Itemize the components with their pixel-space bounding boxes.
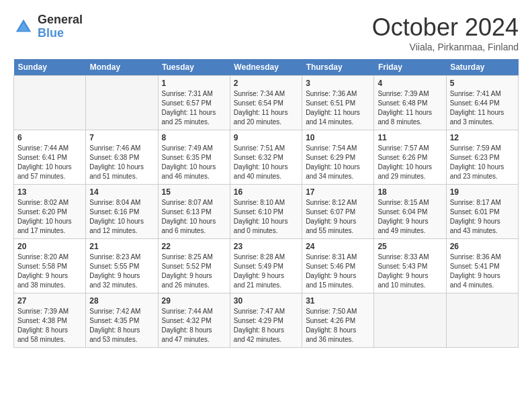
day-cell: 1Sunrise: 7:31 AM Sunset: 6:57 PM Daylig… [158, 76, 230, 130]
day-content: Sunrise: 8:23 AM Sunset: 5:55 PM Dayligh… [89, 253, 154, 290]
day-header-sunday: Sunday [14, 59, 86, 76]
day-number: 11 [378, 133, 442, 142]
logo-blue: Blue [38, 27, 83, 40]
logo-text: General Blue [38, 13, 83, 40]
day-number: 29 [162, 296, 226, 306]
day-cell: 27Sunrise: 7:39 AM Sunset: 4:38 PM Dayli… [14, 293, 86, 348]
day-content: Sunrise: 8:33 AM Sunset: 5:43 PM Dayligh… [378, 253, 442, 290]
day-cell: 29Sunrise: 7:44 AM Sunset: 4:32 PM Dayli… [158, 293, 230, 348]
day-header-monday: Monday [86, 59, 158, 76]
week-row-4: 20Sunrise: 8:20 AM Sunset: 5:58 PM Dayli… [14, 239, 519, 293]
day-content: Sunrise: 8:31 AM Sunset: 5:46 PM Dayligh… [306, 253, 370, 290]
day-number: 22 [162, 242, 226, 251]
header-row: SundayMondayTuesdayWednesdayThursdayFrid… [14, 59, 519, 76]
day-content: Sunrise: 8:17 AM Sunset: 6:01 PM Dayligh… [450, 198, 515, 236]
week-row-1: 1Sunrise: 7:31 AM Sunset: 6:57 PM Daylig… [14, 76, 519, 130]
day-content: Sunrise: 8:10 AM Sunset: 6:10 PM Dayligh… [234, 198, 298, 236]
day-cell: 4Sunrise: 7:39 AM Sunset: 6:48 PM Daylig… [374, 76, 446, 130]
day-cell: 17Sunrise: 8:12 AM Sunset: 6:07 PM Dayli… [302, 185, 374, 239]
day-content: Sunrise: 7:47 AM Sunset: 4:29 PM Dayligh… [234, 307, 298, 345]
day-content: Sunrise: 7:36 AM Sunset: 6:51 PM Dayligh… [306, 89, 370, 127]
day-cell: 8Sunrise: 7:49 AM Sunset: 6:35 PM Daylig… [158, 130, 230, 185]
day-content: Sunrise: 7:39 AM Sunset: 4:38 PM Dayligh… [17, 307, 82, 345]
day-cell: 13Sunrise: 8:02 AM Sunset: 6:20 PM Dayli… [14, 185, 86, 239]
day-cell [446, 293, 518, 348]
day-content: Sunrise: 8:15 AM Sunset: 6:04 PM Dayligh… [378, 198, 442, 236]
month-title: October 2024 [372, 13, 519, 42]
day-number: 28 [89, 296, 154, 306]
day-cell: 14Sunrise: 8:04 AM Sunset: 6:16 PM Dayli… [86, 185, 158, 239]
day-cell: 3Sunrise: 7:36 AM Sunset: 6:51 PM Daylig… [302, 76, 374, 130]
day-cell: 22Sunrise: 8:25 AM Sunset: 5:52 PM Dayli… [158, 239, 230, 293]
day-number: 6 [17, 133, 82, 142]
day-cell: 16Sunrise: 8:10 AM Sunset: 6:10 PM Dayli… [230, 185, 302, 239]
day-cell: 9Sunrise: 7:51 AM Sunset: 6:32 PM Daylig… [230, 130, 302, 185]
day-content: Sunrise: 7:44 AM Sunset: 4:32 PM Dayligh… [162, 307, 226, 345]
day-number: 17 [306, 187, 370, 197]
day-cell: 24Sunrise: 8:31 AM Sunset: 5:46 PM Dayli… [302, 239, 374, 293]
day-cell: 11Sunrise: 7:57 AM Sunset: 6:26 PM Dayli… [374, 130, 446, 185]
day-content: Sunrise: 7:50 AM Sunset: 4:26 PM Dayligh… [306, 307, 370, 345]
day-header-friday: Friday [374, 59, 446, 76]
day-cell: 19Sunrise: 8:17 AM Sunset: 6:01 PM Dayli… [446, 185, 518, 239]
logo: General Blue [13, 13, 83, 40]
day-cell: 26Sunrise: 8:36 AM Sunset: 5:41 PM Dayli… [446, 239, 518, 293]
day-content: Sunrise: 7:44 AM Sunset: 6:41 PM Dayligh… [17, 144, 82, 181]
day-content: Sunrise: 7:54 AM Sunset: 6:29 PM Dayligh… [306, 144, 370, 181]
day-cell [374, 293, 446, 348]
day-cell: 23Sunrise: 8:28 AM Sunset: 5:49 PM Dayli… [230, 239, 302, 293]
day-number: 1 [162, 79, 226, 88]
day-cell: 12Sunrise: 7:59 AM Sunset: 6:23 PM Dayli… [446, 130, 518, 185]
day-content: Sunrise: 7:34 AM Sunset: 6:54 PM Dayligh… [234, 89, 298, 127]
title-block: October 2024 Viiala, Pirkanmaa, Finland [372, 13, 519, 52]
day-content: Sunrise: 8:36 AM Sunset: 5:41 PM Dayligh… [450, 253, 515, 290]
day-content: Sunrise: 8:28 AM Sunset: 5:49 PM Dayligh… [234, 253, 298, 290]
day-number: 30 [234, 296, 298, 306]
day-cell: 18Sunrise: 8:15 AM Sunset: 6:04 PM Dayli… [374, 185, 446, 239]
day-number: 20 [17, 242, 82, 251]
logo-icon [13, 17, 34, 37]
location-subtitle: Viiala, Pirkanmaa, Finland [372, 42, 519, 52]
day-number: 9 [234, 133, 298, 142]
day-number: 21 [89, 242, 154, 251]
day-content: Sunrise: 7:59 AM Sunset: 6:23 PM Dayligh… [450, 144, 515, 181]
day-number: 7 [89, 133, 154, 142]
day-header-wednesday: Wednesday [230, 59, 302, 76]
day-content: Sunrise: 7:49 AM Sunset: 6:35 PM Dayligh… [162, 144, 226, 181]
day-content: Sunrise: 8:04 AM Sunset: 6:16 PM Dayligh… [89, 198, 154, 236]
day-cell: 7Sunrise: 7:46 AM Sunset: 6:38 PM Daylig… [86, 130, 158, 185]
day-number: 31 [306, 296, 370, 306]
day-number: 23 [234, 242, 298, 251]
day-cell: 30Sunrise: 7:47 AM Sunset: 4:29 PM Dayli… [230, 293, 302, 348]
day-number: 12 [450, 133, 515, 142]
day-content: Sunrise: 7:42 AM Sunset: 4:35 PM Dayligh… [89, 307, 154, 345]
day-number: 5 [450, 79, 515, 88]
day-cell: 15Sunrise: 8:07 AM Sunset: 6:13 PM Dayli… [158, 185, 230, 239]
day-header-thursday: Thursday [302, 59, 374, 76]
day-content: Sunrise: 8:02 AM Sunset: 6:20 PM Dayligh… [17, 198, 82, 236]
day-cell: 25Sunrise: 8:33 AM Sunset: 5:43 PM Dayli… [374, 239, 446, 293]
day-content: Sunrise: 7:46 AM Sunset: 6:38 PM Dayligh… [89, 144, 154, 181]
day-number: 8 [162, 133, 226, 142]
day-cell [86, 76, 158, 130]
week-row-3: 13Sunrise: 8:02 AM Sunset: 6:20 PM Dayli… [14, 185, 519, 239]
day-cell: 10Sunrise: 7:54 AM Sunset: 6:29 PM Dayli… [302, 130, 374, 185]
day-number: 26 [450, 242, 515, 251]
day-content: Sunrise: 7:51 AM Sunset: 6:32 PM Dayligh… [234, 144, 298, 181]
day-header-saturday: Saturday [446, 59, 518, 76]
day-number: 27 [17, 296, 82, 306]
day-cell: 5Sunrise: 7:41 AM Sunset: 6:44 PM Daylig… [446, 76, 518, 130]
day-content: Sunrise: 8:25 AM Sunset: 5:52 PM Dayligh… [162, 253, 226, 290]
day-number: 16 [234, 187, 298, 197]
day-number: 14 [89, 187, 154, 197]
page-header: General Blue October 2024 Viiala, Pirkan… [13, 13, 519, 52]
day-cell: 2Sunrise: 7:34 AM Sunset: 6:54 PM Daylig… [230, 76, 302, 130]
calendar-table: SundayMondayTuesdayWednesdayThursdayFrid… [13, 59, 519, 348]
day-cell: 20Sunrise: 8:20 AM Sunset: 5:58 PM Dayli… [14, 239, 86, 293]
day-cell: 6Sunrise: 7:44 AM Sunset: 6:41 PM Daylig… [14, 130, 86, 185]
day-cell: 31Sunrise: 7:50 AM Sunset: 4:26 PM Dayli… [302, 293, 374, 348]
day-cell: 21Sunrise: 8:23 AM Sunset: 5:55 PM Dayli… [86, 239, 158, 293]
day-content: Sunrise: 7:39 AM Sunset: 6:48 PM Dayligh… [378, 89, 442, 127]
day-content: Sunrise: 8:20 AM Sunset: 5:58 PM Dayligh… [17, 253, 82, 290]
day-number: 19 [450, 187, 515, 197]
